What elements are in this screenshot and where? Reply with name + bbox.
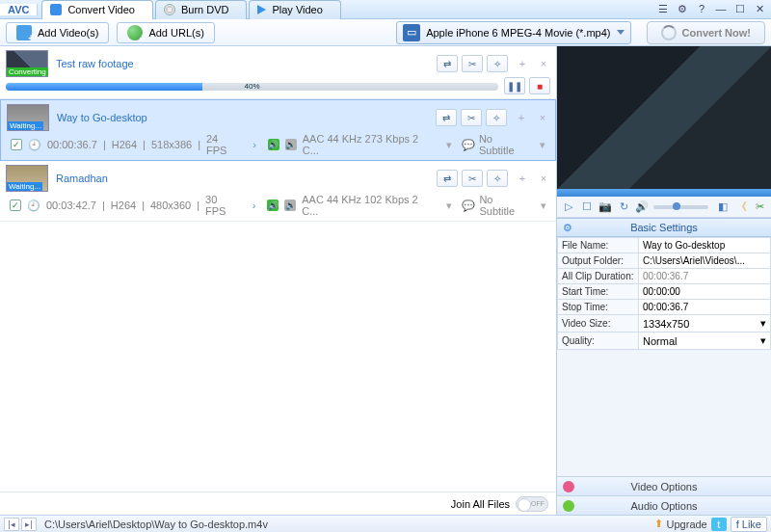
status-badge: Waiting...: [8, 121, 43, 130]
subtitle-icon: 💬: [462, 139, 475, 151]
video-size-dropdown[interactable]: 1334x750▾: [639, 315, 771, 332]
audio-menu[interactable]: ▾: [442, 139, 456, 151]
add-videos-button[interactable]: Add Video(s): [6, 22, 109, 43]
trim-start-icon[interactable]: 《: [734, 200, 749, 215]
basic-settings-header[interactable]: ⚙ Basic Settings: [557, 218, 771, 237]
prop-label: Video Size:: [558, 315, 639, 332]
add-urls-button[interactable]: Add URL(s): [117, 22, 214, 43]
wand-icon[interactable]: ✧: [487, 170, 508, 187]
stop-time-field[interactable]: 00:00:36.7: [639, 300, 771, 315]
video-options-button[interactable]: Video Options: [557, 476, 771, 495]
window-controls: ☰ ⚙ ? — ☐ ✕: [655, 1, 767, 16]
audio-menu[interactable]: ▾: [442, 200, 456, 212]
audio-on-icon[interactable]: 🔊: [267, 200, 279, 211]
stop-icon[interactable]: ☐: [579, 200, 594, 215]
chevron-right-icon[interactable]: ›: [253, 139, 256, 150]
tab-convert-video[interactable]: Convert Video: [41, 0, 153, 19]
list-item: Converting Test raw footage ⇄ ✂ ✧ + × 40…: [0, 46, 556, 99]
join-toggle[interactable]: OFF: [516, 496, 548, 512]
fps-label: 30 FPS: [205, 194, 241, 217]
like-button[interactable]: f Like: [731, 517, 767, 532]
trim-end-icon[interactable]: ✂: [753, 200, 767, 215]
status-badge: Waiting...: [7, 182, 42, 191]
wand-icon[interactable]: ✧: [487, 55, 508, 72]
remove-item-icon[interactable]: ×: [537, 172, 550, 185]
chevron-right-icon[interactable]: ›: [253, 200, 256, 211]
subtitle-menu[interactable]: ▾: [537, 200, 550, 212]
tab-burn-dvd[interactable]: Burn DVD: [155, 0, 248, 19]
device-icon: ▭: [403, 24, 420, 41]
convert-now-button[interactable]: Convert Now!: [647, 21, 766, 44]
options-icon[interactable]: ☰: [655, 1, 671, 16]
next-button[interactable]: ▸|: [21, 518, 37, 531]
upgrade-link[interactable]: Upgrade: [667, 519, 707, 530]
clock-icon: 🕘: [27, 200, 40, 212]
loop-icon[interactable]: ↻: [616, 200, 630, 215]
swap-icon[interactable]: ⇄: [437, 55, 458, 72]
clock-icon: 🕘: [28, 139, 41, 151]
prop-label: Stop Time:: [558, 300, 639, 315]
audio-mute-icon[interactable]: 🔈: [284, 200, 296, 211]
chevron-down-icon: [617, 30, 625, 35]
marker-icon[interactable]: ◧: [716, 200, 731, 215]
volume-slider[interactable]: [653, 205, 708, 209]
prop-label: Quality:: [558, 332, 639, 350]
stop-button[interactable]: ■: [529, 77, 550, 94]
subtitle-label: No Subtitle: [479, 194, 531, 217]
codec-label: H264: [112, 139, 137, 150]
scissors-icon[interactable]: ✂: [462, 55, 483, 72]
quality-dropdown[interactable]: Normal▾: [639, 332, 771, 350]
audio-mute-icon[interactable]: 🔈: [285, 139, 297, 150]
scissors-icon[interactable]: ✂: [462, 170, 483, 187]
file-name-field[interactable]: Way to Go-desktop: [639, 238, 771, 253]
play-icon: [257, 5, 266, 14]
scrub-bar[interactable]: [557, 189, 771, 197]
toolbar: Add Video(s) Add URL(s) ▭ Apple iPhone 6…: [0, 19, 771, 46]
play-icon[interactable]: ▷: [561, 200, 575, 215]
item-title[interactable]: Test raw footage: [56, 58, 134, 69]
remove-item-icon[interactable]: ×: [537, 57, 550, 70]
minimize-icon[interactable]: —: [713, 1, 729, 16]
checkbox[interactable]: ✓: [11, 139, 22, 150]
output-profile-dropdown[interactable]: ▭ Apple iPhone 6 MPEG-4 Movie (*.mp4): [396, 21, 630, 44]
gear-icon[interactable]: ⚙: [675, 1, 690, 16]
audio-icon: [563, 500, 574, 512]
wand-icon[interactable]: ✧: [486, 109, 507, 126]
preview-toolbar: ▷ ☐ 📷 ↻ 🔊 ◧ 《 ✂: [557, 197, 771, 218]
join-label: Join All Files: [451, 498, 510, 510]
help-icon[interactable]: ?: [694, 1, 709, 16]
pause-button[interactable]: ❚❚: [504, 77, 525, 94]
remove-item-icon[interactable]: ×: [536, 111, 549, 124]
list-item[interactable]: Waiting... Ramadhan ⇄ ✂ ✧ + × ✓ 🕘 00:03:…: [0, 161, 556, 222]
snapshot-icon[interactable]: 📷: [598, 200, 612, 215]
close-icon[interactable]: ✕: [752, 1, 767, 16]
audio-options-button[interactable]: Audio Options: [557, 495, 771, 515]
start-time-field[interactable]: 00:00:00: [639, 284, 771, 300]
swap-icon[interactable]: ⇄: [437, 170, 458, 187]
dvd-icon: [164, 4, 175, 15]
add-icon[interactable]: +: [515, 111, 528, 124]
audio-on-icon[interactable]: 🔊: [268, 139, 279, 150]
tab-label: Convert Video: [67, 4, 135, 15]
chevron-down-icon: ▾: [760, 317, 766, 330]
video-preview[interactable]: [557, 46, 771, 189]
checkbox[interactable]: ✓: [10, 200, 21, 211]
output-folder-field[interactable]: C:\Users\Ariel\Videos\...: [639, 253, 771, 269]
facebook-icon: f: [736, 519, 739, 530]
list-item[interactable]: Waiting... Way to Go-desktop ⇄ ✂ ✧ + × ✓…: [0, 99, 556, 161]
subtitle-menu[interactable]: ▾: [536, 139, 549, 151]
prop-label: Start Time:: [558, 284, 639, 300]
volume-icon[interactable]: 🔊: [635, 200, 650, 215]
add-icon[interactable]: +: [516, 57, 529, 70]
item-title[interactable]: Way to Go-desktop: [57, 112, 147, 123]
maximize-icon[interactable]: ☐: [732, 1, 748, 16]
swap-icon[interactable]: ⇄: [436, 109, 457, 126]
scissors-icon[interactable]: ✂: [461, 109, 482, 126]
refresh-icon: [661, 25, 677, 40]
add-icon[interactable]: +: [516, 172, 529, 185]
gear-icon: ⚙: [563, 222, 572, 234]
prev-button[interactable]: |◂: [4, 518, 19, 531]
twitter-icon[interactable]: t: [711, 518, 727, 531]
item-title[interactable]: Ramadhan: [56, 173, 108, 184]
tab-play-video[interactable]: Play Video: [249, 0, 340, 19]
